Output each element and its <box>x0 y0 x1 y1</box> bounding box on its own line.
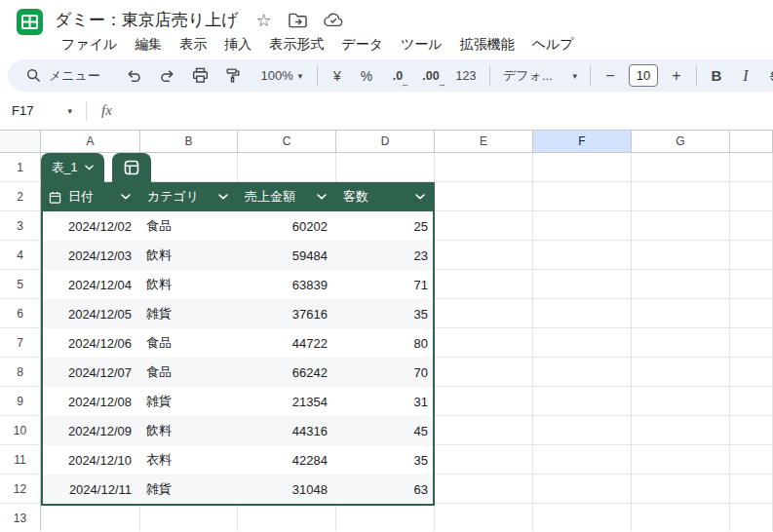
row-header-4[interactable]: 4 <box>0 241 41 270</box>
cell-E8[interactable] <box>435 358 533 387</box>
cell-F9[interactable] <box>533 387 632 416</box>
row-header-12[interactable]: 12 <box>0 475 41 504</box>
cell-H4[interactable] <box>730 241 773 270</box>
format-currency-button[interactable]: ¥ <box>323 63 352 89</box>
cell-H2[interactable] <box>730 182 773 211</box>
menu-item-7[interactable]: 拡張機能 <box>453 34 522 56</box>
table-cell-r3-c0[interactable]: 2024/12/05 <box>43 299 140 328</box>
column-header-B[interactable]: B <box>140 131 238 153</box>
increase-font-size-button[interactable]: + <box>662 63 691 89</box>
row-header-7[interactable]: 7 <box>0 328 41 358</box>
sheets-logo-icon[interactable] <box>17 9 43 39</box>
table-column-header-2[interactable]: 売上金額 <box>238 182 336 211</box>
column-header-partial[interactable] <box>730 131 773 153</box>
menu-item-8[interactable]: ヘルプ <box>525 34 581 56</box>
cell-H8[interactable] <box>730 358 773 387</box>
table-cell-r1-c3[interactable]: 23 <box>335 241 433 270</box>
table-cell-r2-c1[interactable]: 飲料 <box>140 270 238 299</box>
menu-item-6[interactable]: ツール <box>394 34 449 56</box>
cell-F1[interactable] <box>533 153 632 182</box>
table-cell-r7-c3[interactable]: 45 <box>335 416 433 445</box>
table-column-header-3[interactable]: 客数 <box>336 182 435 211</box>
toolbar-search-button[interactable]: メニュー <box>16 63 113 89</box>
cell-G4[interactable] <box>632 241 730 270</box>
decrease-decimal-button[interactable]: .0← <box>381 63 414 89</box>
table-cell-r1-c0[interactable]: 2024/12/03 <box>43 241 140 270</box>
table-cell-r1-c1[interactable]: 飲料 <box>140 241 238 270</box>
bold-button[interactable]: B <box>702 63 731 89</box>
table-cell-r0-c1[interactable]: 食品 <box>140 211 238 241</box>
menu-item-4[interactable]: 表示形式 <box>262 34 330 56</box>
font-size-input[interactable]: 10 <box>629 64 658 87</box>
table-cell-r8-c0[interactable]: 2024/12/10 <box>43 445 140 475</box>
cell-F3[interactable] <box>533 211 632 241</box>
table-cell-r2-c0[interactable]: 2024/12/04 <box>43 270 140 299</box>
format-percent-button[interactable]: % <box>352 63 381 89</box>
table-cell-r7-c2[interactable]: 44316 <box>238 416 335 445</box>
cell-G7[interactable] <box>632 328 730 358</box>
table-cell-r0-c0[interactable]: 2024/12/02 <box>43 211 140 241</box>
table-cell-r0-c2[interactable]: 60202 <box>238 211 335 241</box>
row-header-2[interactable]: 2 <box>0 182 41 211</box>
paint-format-icon[interactable] <box>216 63 250 89</box>
cell-F11[interactable] <box>533 445 632 475</box>
menu-item-2[interactable]: 表示 <box>173 34 213 56</box>
table-cell-r8-c3[interactable]: 35 <box>335 445 433 475</box>
row-header-10[interactable]: 10 <box>0 416 41 445</box>
cell-E9[interactable] <box>435 387 533 416</box>
cell-E1[interactable] <box>435 153 533 182</box>
column-dropdown-icon[interactable] <box>121 194 131 200</box>
strikethrough-button[interactable]: S <box>760 63 773 89</box>
cell-B13[interactable] <box>140 504 238 531</box>
menu-item-1[interactable]: 編集 <box>128 34 169 56</box>
print-button[interactable] <box>183 63 216 89</box>
table-cell-r1-c2[interactable]: 59484 <box>238 241 335 270</box>
row-header-11[interactable]: 11 <box>0 445 41 475</box>
cell-E11[interactable] <box>435 445 533 475</box>
row-header-8[interactable]: 8 <box>0 358 41 387</box>
move-folder-icon[interactable] <box>289 13 307 28</box>
cell-G1[interactable] <box>632 153 730 182</box>
cell-F10[interactable] <box>533 416 632 445</box>
cell-H7[interactable] <box>730 328 773 358</box>
formula-input[interactable] <box>112 92 773 130</box>
document-title[interactable]: ダミー：東京店売り上げ <box>55 9 239 31</box>
table-cell-r9-c1[interactable]: 雑貨 <box>140 475 238 504</box>
column-header-E[interactable]: E <box>435 131 533 153</box>
cell-C13[interactable] <box>238 504 336 531</box>
row-header-6[interactable]: 6 <box>0 299 41 328</box>
table-cell-r4-c2[interactable]: 44722 <box>238 328 335 358</box>
cell-H1[interactable] <box>730 153 773 182</box>
decrease-font-size-button[interactable]: − <box>596 63 625 89</box>
cell-G2[interactable] <box>632 182 730 211</box>
zoom-select[interactable]: 100%▾ <box>251 63 312 89</box>
name-box[interactable]: F17 ▾ <box>12 103 72 118</box>
grid-corner[interactable] <box>0 131 41 153</box>
column-dropdown-icon[interactable] <box>218 194 228 200</box>
column-header-A[interactable]: A <box>41 131 140 153</box>
table-cell-r3-c1[interactable]: 雑貨 <box>140 299 238 328</box>
column-dropdown-icon[interactable] <box>317 194 327 200</box>
column-header-D[interactable]: D <box>336 131 435 153</box>
table-cell-r5-c2[interactable]: 66242 <box>238 358 335 387</box>
cell-E12[interactable] <box>435 475 533 504</box>
row-header-9[interactable]: 9 <box>0 387 41 416</box>
cell-F12[interactable] <box>533 475 632 504</box>
table-cell-r5-c0[interactable]: 2024/12/07 <box>43 358 140 387</box>
cell-G13[interactable] <box>632 504 730 531</box>
column-header-F[interactable]: F <box>533 131 632 153</box>
table-cell-r5-c3[interactable]: 70 <box>335 358 433 387</box>
table-name-tab[interactable]: 表_1 <box>41 153 104 182</box>
cell-G8[interactable] <box>632 358 730 387</box>
cell-G10[interactable] <box>632 416 730 445</box>
table-cell-r2-c2[interactable]: 63839 <box>238 270 335 299</box>
row-header-3[interactable]: 3 <box>0 211 41 241</box>
table-cell-r9-c3[interactable]: 63 <box>335 475 433 504</box>
cell-F5[interactable] <box>533 270 632 299</box>
cell-F4[interactable] <box>533 241 632 270</box>
cell-H3[interactable] <box>730 211 773 241</box>
cell-E3[interactable] <box>435 211 533 241</box>
cell-G3[interactable] <box>632 211 730 241</box>
cell-E10[interactable] <box>435 416 533 445</box>
table-cell-r4-c3[interactable]: 80 <box>335 328 433 358</box>
